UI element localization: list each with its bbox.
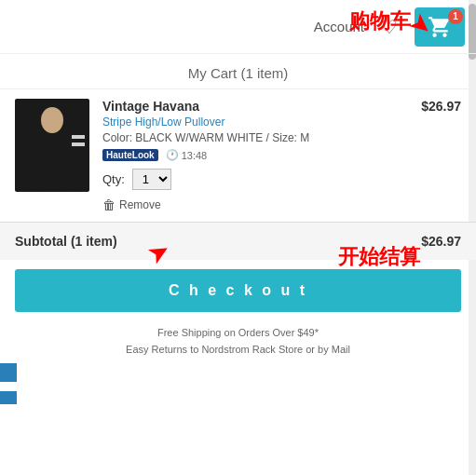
svg-rect-1 [20,129,33,156]
item-variant[interactable]: Stripe High/Low Pullover [102,115,461,129]
clock-icon: 🕐 [166,149,179,161]
subtotal-count: (1 item) [71,234,117,249]
subtotal-text: Subtotal [15,234,67,249]
svg-point-3 [41,107,63,133]
item-time: 13:48 [182,150,208,161]
qty-row: Qty: 1 2 3 [102,169,461,190]
cart-title-text: My Cart [188,65,238,81]
svg-rect-7 [55,179,71,190]
free-shipping-note: Free Shipping on Orders Over $49* [15,325,461,342]
cart-button[interactable]: 1 [415,7,465,47]
left-link-bottom [0,363,17,382]
item-details: Vintage Havana $26.97 Stripe High/Low Pu… [102,99,461,212]
item-store-row: HauteLook 🕐 13:48 [102,149,461,161]
item-color-size: Color: BLACK W/WARM WHITE / Size: M [102,131,461,144]
header: Account ♡ 1 ➤ 购物车 [0,0,476,54]
store-badge: HauteLook [102,149,158,161]
left-cart-label [0,391,17,404]
cart-panel: My Cart (1 item) [0,54,476,260]
item-name: Vintage Havana [102,99,199,114]
svg-rect-0 [29,129,75,181]
cart-badge: 1 [448,9,463,24]
svg-rect-6 [34,179,49,190]
item-price: $26.97 [421,99,461,114]
qty-select[interactable]: 1 2 3 [132,169,171,190]
footer-notes: Free Shipping on Orders Over $49* Easy R… [0,321,476,365]
cart-title: My Cart (1 item) [0,54,476,88]
subtotal-amount: $26.97 [421,234,461,249]
subtotal-label: Subtotal (1 item) [15,234,117,249]
item-image [15,99,89,192]
remove-button[interactable]: 🗑 Remove [102,197,161,212]
trash-icon: 🗑 [102,197,116,212]
store-time: 🕐 13:48 [166,149,208,161]
qty-label: Qty: [102,172,125,186]
cart-item: Vintage Havana $26.97 Stripe High/Low Pu… [0,88,476,222]
item-top-row: Vintage Havana $26.97 [102,99,461,115]
checkout-section: 开始结算 ➤ C h e c k o u t Free Shipping on … [0,260,476,365]
svg-rect-5 [72,142,85,146]
checkout-button[interactable]: C h e c k o u t [15,269,461,312]
wishlist-icon[interactable]: ♡ [381,16,398,38]
svg-rect-4 [72,135,85,139]
cart-item-count: (1 item) [240,65,288,81]
easy-returns-note: Easy Returns to Nordstrom Rack Store or … [15,342,461,359]
product-image-svg [20,102,85,190]
remove-label: Remove [119,198,161,211]
subtotal-bar: Subtotal (1 item) $26.97 [0,222,476,260]
account-link[interactable]: Account [314,19,364,34]
